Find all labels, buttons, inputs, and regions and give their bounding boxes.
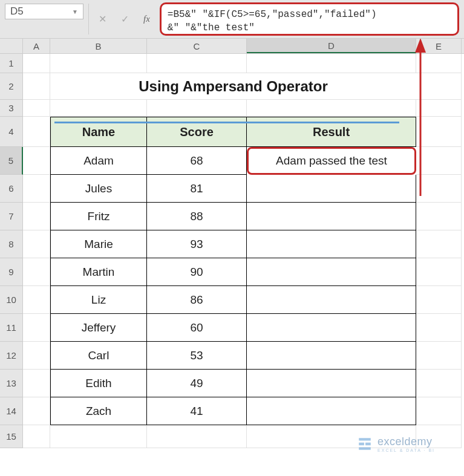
cell-B14[interactable]: Zach (50, 397, 147, 425)
cell-B5[interactable]: Adam (50, 147, 147, 175)
col-header-A[interactable]: A (23, 39, 50, 53)
row-header-15[interactable]: 15 (0, 425, 23, 448)
row-header-2[interactable]: 2 (0, 73, 23, 100)
cell-A15[interactable] (23, 425, 50, 448)
cell-A9[interactable] (23, 258, 50, 286)
cell-C11[interactable]: 60 (147, 314, 247, 342)
cell-C1[interactable] (147, 54, 247, 73)
cell-B13[interactable]: Edith (50, 370, 147, 397)
cell-D5[interactable]: Adam passed the test (247, 147, 416, 175)
fx-icon[interactable]: fx (143, 14, 150, 24)
cell-D6[interactable] (247, 175, 416, 203)
cell-B8[interactable]: Marie (50, 230, 147, 258)
cell-E3[interactable] (416, 100, 462, 117)
cell-A12[interactable] (23, 342, 50, 370)
row-8: 8Marie93 (0, 230, 464, 258)
cell-E4[interactable] (416, 117, 462, 147)
cell-D14[interactable] (247, 397, 416, 425)
cell-D10[interactable] (247, 286, 416, 314)
col-header-E[interactable]: E (416, 39, 462, 53)
cell-D7[interactable] (247, 203, 416, 230)
column-headers: A B C D E (0, 39, 464, 54)
row-header-7[interactable]: 7 (0, 203, 23, 230)
cell-D13[interactable] (247, 370, 416, 397)
cell-C13[interactable]: 49 (147, 370, 247, 397)
cell-A4[interactable] (23, 117, 50, 147)
cell-C6[interactable]: 81 (147, 175, 247, 203)
cell-B15[interactable] (50, 425, 147, 448)
cell-E1[interactable] (416, 54, 462, 73)
col-header-B[interactable]: B (50, 39, 147, 53)
cell-E12[interactable] (416, 342, 462, 370)
cell-C10[interactable]: 86 (147, 286, 247, 314)
row-header-14[interactable]: 14 (0, 397, 23, 425)
cell-B10[interactable]: Liz (50, 286, 147, 314)
cell-B9[interactable]: Martin (50, 258, 147, 286)
row-header-11[interactable]: 11 (0, 314, 23, 342)
cell-C7[interactable]: 88 (147, 203, 247, 230)
row-header-6[interactable]: 6 (0, 175, 23, 203)
cell-A14[interactable] (23, 397, 50, 425)
row-header-10[interactable]: 10 (0, 286, 23, 314)
cell-C3[interactable] (147, 100, 247, 117)
cell-B7[interactable]: Fritz (50, 203, 147, 230)
cell-D1[interactable] (247, 54, 416, 73)
cell-E8[interactable] (416, 230, 462, 258)
row-header-1[interactable]: 1 (0, 54, 23, 73)
cell-C14[interactable]: 41 (147, 397, 247, 425)
cell-D12[interactable] (247, 342, 416, 370)
cell-E11[interactable] (416, 314, 462, 342)
cell-B11[interactable]: Jeffery (50, 314, 147, 342)
formula-input[interactable]: =B5&" "&IF(C5>=65,"passed","failed") &" … (160, 2, 459, 36)
cell-A2[interactable] (23, 73, 50, 100)
cell-E9[interactable] (416, 258, 462, 286)
cell-A7[interactable] (23, 203, 50, 230)
row-header-4[interactable]: 4 (0, 117, 23, 147)
cell-A8[interactable] (23, 230, 50, 258)
watermark-tagline: EXCEL & DATA · BI (377, 448, 435, 452)
cell-D3[interactable] (247, 100, 416, 117)
row-header-12[interactable]: 12 (0, 342, 23, 370)
row-header-5[interactable]: 5 (0, 147, 23, 175)
cell-E7[interactable] (416, 203, 462, 230)
cancel-icon[interactable]: ✕ (99, 13, 106, 25)
cell-D8[interactable] (247, 230, 416, 258)
cell-A10[interactable] (23, 286, 50, 314)
title-cell[interactable]: Using Ampersand Operator (50, 73, 416, 100)
name-box[interactable]: D5 ▼ (5, 4, 83, 19)
watermark-brand: exceldemy (377, 435, 435, 448)
row-header-3[interactable]: 3 (0, 100, 23, 117)
cell-E2[interactable] (416, 73, 462, 100)
cell-C12[interactable]: 53 (147, 342, 247, 370)
cell-A3[interactable] (23, 100, 50, 117)
cell-A11[interactable] (23, 314, 50, 342)
cell-E13[interactable] (416, 370, 462, 397)
enter-icon[interactable]: ✓ (121, 13, 129, 25)
cell-B3[interactable] (50, 100, 147, 117)
cell-E6[interactable] (416, 175, 462, 203)
cell-E14[interactable] (416, 397, 462, 425)
cell-C5[interactable]: 68 (147, 147, 247, 175)
cell-A5[interactable] (23, 147, 50, 175)
cell-E5[interactable] (416, 147, 462, 175)
cell-A6[interactable] (23, 175, 50, 203)
row-header-9[interactable]: 9 (0, 258, 23, 286)
cell-B12[interactable]: Carl (50, 342, 147, 370)
cell-C9[interactable]: 90 (147, 258, 247, 286)
cell-B1[interactable] (50, 54, 147, 73)
row-5: 5Adam68Adam passed the test (0, 147, 464, 175)
col-header-D[interactable]: D (247, 39, 416, 53)
cell-E10[interactable] (416, 286, 462, 314)
dropdown-icon[interactable]: ▼ (72, 8, 78, 15)
row-header-8[interactable]: 8 (0, 230, 23, 258)
cell-C8[interactable]: 93 (147, 230, 247, 258)
cell-D11[interactable] (247, 314, 416, 342)
cell-A1[interactable] (23, 54, 50, 73)
cell-D9[interactable] (247, 258, 416, 286)
cell-B6[interactable]: Jules (50, 175, 147, 203)
select-all-corner[interactable] (0, 39, 23, 53)
col-header-C[interactable]: C (147, 39, 247, 53)
cell-C15[interactable] (147, 425, 247, 448)
row-header-13[interactable]: 13 (0, 370, 23, 397)
cell-A13[interactable] (23, 370, 50, 397)
